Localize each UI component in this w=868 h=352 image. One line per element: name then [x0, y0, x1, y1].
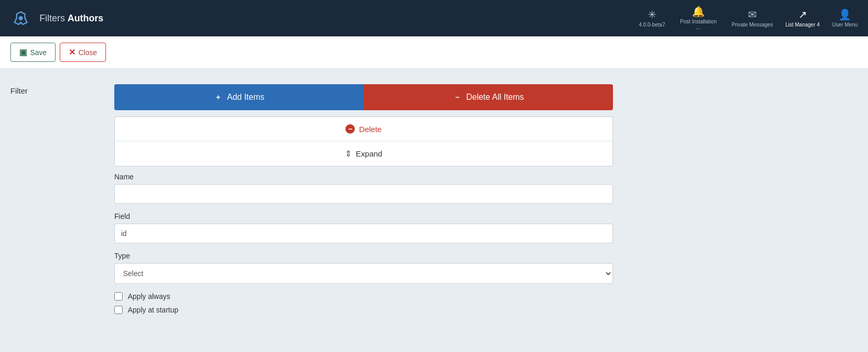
filter-sidebar-label: Filter: [10, 84, 104, 314]
type-group: Type Select: [114, 252, 613, 284]
apply-always-checkbox[interactable]: [114, 292, 123, 301]
expand-label: Expand: [356, 149, 382, 158]
type-label: Type: [114, 252, 613, 260]
nav-item-user-menu[interactable]: 👤 User Menu: [832, 9, 858, 28]
joomla-icon: ✳: [648, 9, 657, 20]
nav-item-post-installation[interactable]: 🔔 Post Installation ...: [677, 6, 719, 30]
expand-row[interactable]: ⇕ Expand: [115, 141, 612, 166]
external-link-icon: ↗: [798, 9, 807, 20]
delete-label: Delete: [359, 125, 381, 134]
apply-always-label: Apply always: [128, 292, 170, 301]
close-button[interactable]: ✕ Close: [60, 43, 106, 62]
header-left: Filters Authors: [10, 8, 103, 29]
add-items-label: Add Items: [227, 93, 264, 102]
nav-label-private-messages: Private Messages: [731, 22, 772, 28]
apply-startup-checkbox[interactable]: [114, 306, 123, 314]
nav-label-post-installation: Post Installation ...: [677, 19, 719, 30]
save-icon: ▣: [19, 47, 27, 57]
name-input[interactable]: [114, 184, 613, 204]
page-title: Filters Authors: [39, 13, 103, 24]
delete-all-label: Delete All Items: [466, 93, 524, 102]
name-group: Name: [114, 173, 613, 204]
field-label: Field: [114, 212, 613, 220]
type-select[interactable]: Select: [114, 263, 613, 284]
checkbox-group: Apply always Apply at startup: [114, 292, 613, 314]
nav-item-list-manager[interactable]: ↗ List Manager 4: [785, 9, 820, 28]
main-header: Filters Authors ✳ 4.0.0-beta7 🔔 Post Ins…: [0, 0, 868, 36]
user-icon: 👤: [838, 9, 851, 20]
mail-icon: ✉: [748, 9, 757, 20]
expand-icon: ⇕: [345, 149, 352, 159]
apply-startup-label: Apply at startup: [128, 306, 178, 314]
joomla-logo[interactable]: [10, 8, 31, 29]
filter-item-block: − Delete ⇕ Expand: [114, 116, 613, 166]
nav-item-private-messages[interactable]: ✉ Private Messages: [731, 9, 772, 28]
field-group: Field: [114, 212, 613, 243]
name-label: Name: [114, 173, 613, 181]
minus-icon-delete: −: [345, 124, 355, 134]
filter-area: + Add Items − Delete All Items − Delete …: [114, 84, 613, 314]
plus-icon: +: [213, 93, 223, 102]
save-button[interactable]: ▣ Save: [10, 43, 56, 62]
svg-point-1: [19, 16, 23, 20]
toolbar: ▣ Save ✕ Close: [0, 36, 868, 69]
nav-item-joomla[interactable]: ✳ 4.0.0-beta7: [639, 9, 665, 28]
nav-label-list-manager: List Manager 4: [785, 22, 820, 28]
save-label: Save: [30, 48, 47, 57]
header-right: ✳ 4.0.0-beta7 🔔 Post Installation ... ✉ …: [639, 6, 858, 30]
nav-label-joomla: 4.0.0-beta7: [639, 22, 665, 28]
main-content: Filter + Add Items − Delete All Items − …: [0, 69, 868, 324]
bell-icon: 🔔: [692, 6, 705, 17]
nav-label-user-menu: User Menu: [832, 22, 858, 28]
delete-row[interactable]: − Delete: [115, 117, 612, 141]
close-label: Close: [78, 48, 97, 57]
field-input[interactable]: [114, 224, 613, 243]
apply-startup-item[interactable]: Apply at startup: [114, 306, 613, 314]
action-buttons: + Add Items − Delete All Items: [114, 84, 613, 110]
add-items-button[interactable]: + Add Items: [114, 84, 364, 110]
close-icon: ✕: [69, 47, 75, 57]
apply-always-item[interactable]: Apply always: [114, 292, 613, 301]
delete-all-button[interactable]: − Delete All Items: [364, 84, 613, 110]
minus-icon-all: −: [452, 93, 462, 102]
